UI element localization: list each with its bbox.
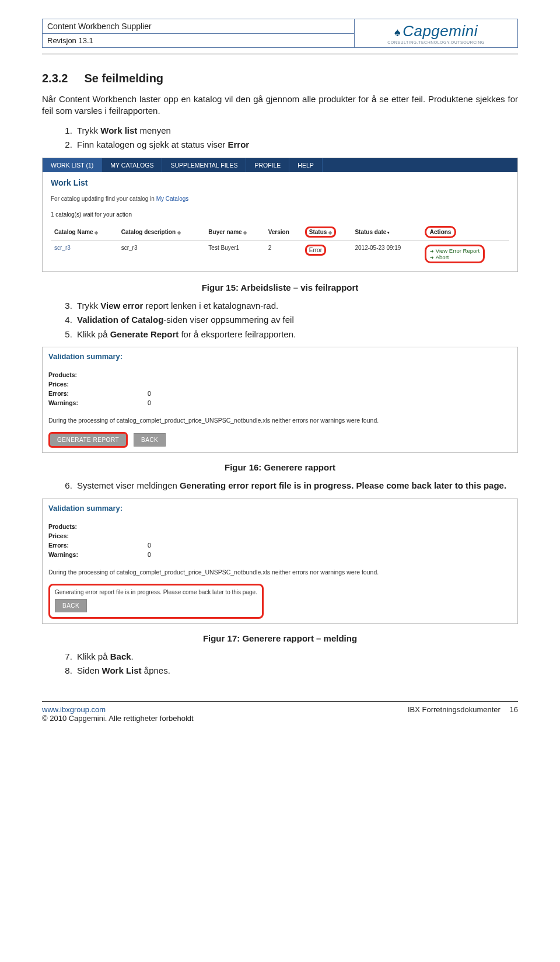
- arrow-icon: ➜: [430, 255, 434, 260]
- sort-icon: ◆: [243, 230, 247, 235]
- spade-icon: ♠: [394, 26, 401, 39]
- col-name[interactable]: Catalog Name ◆: [51, 224, 118, 241]
- cell-status: Error: [302, 240, 352, 271]
- validation-note: During the processing of catalog_complet…: [48, 417, 512, 424]
- table-row: scr_r3 scr_r3 Test Buyer1 2 Error 2012-0…: [51, 240, 509, 271]
- figure-16-caption: Figur 16: Generere rapport: [42, 462, 518, 472]
- step-4: Validation of Catalog-siden viser oppsum…: [75, 313, 518, 327]
- worklist-nav: WORK LIST (1) MY CATALOGS SUPPLEMENTAL F…: [43, 158, 517, 172]
- steps-list-3: Systemet viser meldingen Generating erro…: [42, 479, 518, 493]
- section-title: Se feilmelding: [84, 72, 163, 85]
- step-1: Trykk Work list menyen: [75, 124, 518, 138]
- sort-icon: ◆: [177, 230, 181, 235]
- worklist-table: Catalog Name ◆ Catalog description ◆ Buy…: [51, 224, 509, 271]
- validation-note: During the processing of catalog_complet…: [48, 569, 512, 576]
- cell-version: 2: [265, 240, 302, 271]
- worklist-subtitle: For catalog updating find your catalog i…: [51, 196, 509, 202]
- generate-report-button[interactable]: GENERATE REPORT: [48, 432, 128, 448]
- section-number: 2.3.2: [42, 72, 68, 85]
- screenshot-validation-2: Validation summary: Products: Prices: Er…: [42, 499, 518, 624]
- doc-header: Content Workbench Supplier Revisjon 13.1…: [42, 19, 518, 48]
- mycatalogs-link[interactable]: My Catalogs: [156, 196, 189, 202]
- tab-profile[interactable]: PROFILE: [246, 158, 289, 172]
- cell-name[interactable]: scr_r3: [51, 240, 118, 271]
- label-prices: Prices:: [48, 381, 148, 388]
- cell-desc: scr_r3: [118, 240, 205, 271]
- page-footer: www.ibxgroup.com © 2010 Capgemini. Alle …: [42, 701, 518, 723]
- tab-help[interactable]: HELP: [289, 158, 322, 172]
- sort-icon: ◆: [328, 230, 332, 235]
- step-8: Siden Work List åpnes.: [75, 664, 518, 678]
- step-5: Klikk på Generate Report for å eksporter…: [75, 328, 518, 341]
- step-6: Systemet viser meldingen Generating erro…: [75, 479, 518, 493]
- view-error-report-link[interactable]: ➜View Error Report: [430, 248, 480, 254]
- screenshot-validation-1: Validation summary: Products: Prices: Er…: [42, 347, 518, 453]
- section-heading: 2.3.2Se feilmelding: [42, 72, 518, 85]
- validation-title: Validation summary:: [48, 352, 512, 361]
- figure-15-caption: Figur 15: Arbeidsliste – vis feilrapport: [42, 283, 518, 292]
- figure-17-caption: Figur 17: Generere rapport – melding: [42, 633, 518, 643]
- footer-docname: IBX Forretningsdokumenter: [408, 705, 501, 714]
- validation-title: Validation summary:: [48, 504, 512, 513]
- back-button[interactable]: BACK: [55, 599, 87, 612]
- cell-buyer: Test Buyer1: [205, 240, 264, 271]
- step-2: Finn katalogen og sjekk at status viser …: [75, 138, 518, 152]
- cell-date: 2012-05-23 09:19: [351, 240, 421, 271]
- label-prices: Prices:: [48, 532, 148, 539]
- value-errors: 0: [148, 390, 151, 397]
- arrow-icon: ➜: [430, 249, 434, 254]
- logo-box: ♠Capgemini CONSULTING.TECHNOLOGY.OUTSOUR…: [354, 19, 517, 47]
- tab-mycatalogs[interactable]: MY CATALOGS: [102, 158, 162, 172]
- header-rule: [42, 54, 518, 54]
- tab-worklist[interactable]: WORK LIST (1): [43, 158, 102, 172]
- intro-paragraph: Når Content Workbench laster opp en kata…: [42, 93, 518, 117]
- steps-list-4: Klikk på Back. Siden Work List åpnes.: [42, 650, 518, 678]
- cell-actions: ➜View Error Report ➜Abort: [421, 240, 509, 271]
- label-errors: Errors:: [48, 542, 148, 549]
- sort-desc-icon: ▼: [386, 231, 390, 235]
- step-3: Trykk View error report lenken i et kata…: [75, 299, 518, 313]
- steps-list-1: Trykk Work list menyen Finn katalogen og…: [42, 124, 518, 152]
- step-7: Klikk på Back.: [75, 650, 518, 664]
- steps-list-2: Trykk View error report lenken i et kata…: [42, 299, 518, 341]
- col-buyer[interactable]: Buyer name ◆: [205, 224, 264, 241]
- col-desc[interactable]: Catalog description ◆: [118, 224, 205, 241]
- label-products: Products:: [48, 371, 148, 378]
- value-warnings: 0: [148, 551, 151, 558]
- value-errors: 0: [148, 542, 151, 549]
- label-errors: Errors:: [48, 390, 148, 397]
- label-warnings: Warnings:: [48, 399, 148, 406]
- tab-supplemental[interactable]: SUPPLEMENTAL FILES: [162, 158, 246, 172]
- worklist-title: Work List: [51, 178, 509, 187]
- label-products: Products:: [48, 523, 148, 530]
- col-actions: Actions: [421, 224, 509, 241]
- page-number: 16: [510, 705, 518, 714]
- value-warnings: 0: [148, 399, 151, 406]
- footer-url[interactable]: www.ibxgroup.com: [42, 705, 106, 714]
- doc-revision: Revisjon 13.1: [43, 34, 354, 47]
- col-status[interactable]: Status ◆: [302, 224, 352, 241]
- doc-title: Content Workbench Supplier: [43, 19, 354, 34]
- col-date[interactable]: Status date▼: [351, 224, 421, 241]
- label-warnings: Warnings:: [48, 551, 148, 558]
- back-button[interactable]: BACK: [134, 433, 166, 447]
- footer-copyright: © 2010 Capgemini. Alle rettigheter forbe…: [42, 714, 194, 723]
- sort-icon: ◆: [94, 230, 98, 235]
- screenshot-worklist: WORK LIST (1) MY CATALOGS SUPPLEMENTAL F…: [42, 158, 518, 272]
- logo-subtext: CONSULTING.TECHNOLOGY.OUTSOURCING: [387, 40, 484, 44]
- progress-message: Generating error report file is in progr…: [55, 589, 257, 595]
- worklist-count: 1 catalog(s) wait for your action: [51, 211, 509, 218]
- logo-text: ♠Capgemini: [387, 22, 484, 40]
- col-version: Version: [265, 224, 302, 241]
- abort-link[interactable]: ➜Abort: [430, 254, 480, 260]
